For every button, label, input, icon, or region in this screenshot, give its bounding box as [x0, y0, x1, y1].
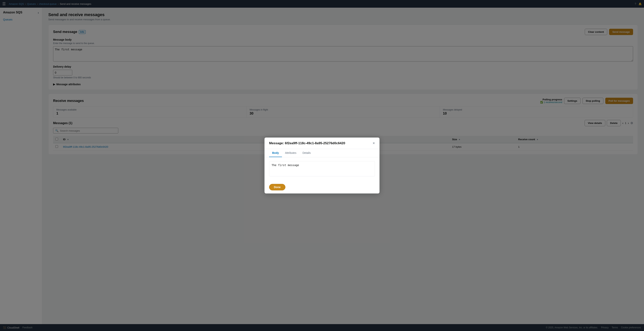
- modal-footer: Done: [264, 181, 380, 193]
- modal-tabs: Body Attributes Details: [264, 149, 380, 157]
- modal-tab-body[interactable]: Body: [269, 149, 282, 157]
- message-modal: Message: 6f2ea9ff-118c-49c1-8a95-25276d0…: [264, 138, 380, 193]
- modal-overlay[interactable]: Message: 6f2ea9ff-118c-49c1-8a95-25276d0…: [0, 0, 644, 331]
- modal-title: Message: 6f2ea9ff-118c-49c1-8a95-25276d0…: [269, 141, 345, 145]
- modal-tab-details[interactable]: Details: [300, 149, 314, 157]
- modal-body: The first message: [264, 157, 380, 181]
- modal-close-button[interactable]: ×: [372, 141, 375, 145]
- modal-header: Message: 6f2ea9ff-118c-49c1-8a95-25276d0…: [264, 138, 380, 149]
- done-button[interactable]: Done: [269, 184, 286, 190]
- modal-message-textarea[interactable]: The first message: [269, 161, 375, 176]
- modal-tab-attributes[interactable]: Attributes: [282, 149, 300, 157]
